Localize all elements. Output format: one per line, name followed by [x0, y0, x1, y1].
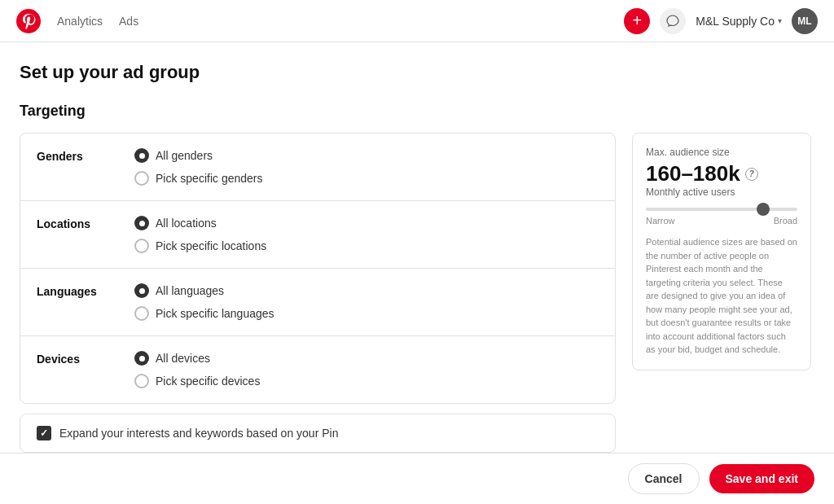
nav-analytics[interactable]: Analytics: [57, 15, 103, 28]
locations-specific-option[interactable]: Pick specific locations: [134, 239, 266, 253]
languages-all-option[interactable]: All languages: [134, 283, 274, 298]
genders-all-option[interactable]: All genders: [134, 148, 263, 163]
slider-thumb: [757, 203, 770, 216]
locations-all-radio: [134, 216, 149, 230]
slider-fill: [646, 208, 760, 211]
audience-size: 160–180k ?: [646, 161, 797, 186]
expand-interests-checkbox[interactable]: [37, 426, 51, 440]
devices-all-label: All devices: [156, 352, 210, 365]
devices-all-option[interactable]: All devices: [134, 351, 260, 366]
targeting-section-title: Targeting: [20, 103, 811, 120]
locations-all-label: All locations: [156, 217, 217, 230]
locations-label: Locations: [37, 216, 134, 230]
avatar[interactable]: ML: [792, 8, 818, 34]
audience-note: Potential audience sizes are based on th…: [646, 235, 797, 357]
devices-options: All devices Pick specific devices: [134, 351, 260, 388]
chat-button[interactable]: [660, 8, 686, 34]
locations-specific-label: Pick specific locations: [156, 239, 266, 252]
languages-specific-label: Pick specific languages: [156, 307, 274, 320]
save-and-exit-button[interactable]: Save and exit: [709, 464, 815, 493]
slider-track: [646, 208, 797, 211]
header-right: + M&L Supply Co ▾ ML: [624, 8, 818, 34]
languages-all-label: All languages: [156, 284, 224, 297]
devices-specific-label: Pick specific devices: [156, 375, 260, 388]
pinterest-logo-icon[interactable]: [16, 9, 41, 33]
genders-row: Genders All genders Pick specific gender…: [20, 134, 615, 201]
footer: Cancel Save and exit: [0, 453, 834, 504]
locations-specific-radio: [134, 239, 149, 253]
right-panel: Max. audience size 160–180k ? Monthly ac…: [632, 133, 811, 504]
narrow-label: Narrow: [646, 216, 674, 226]
main-layout: Genders All genders Pick specific gender…: [20, 133, 811, 504]
add-button[interactable]: +: [624, 8, 650, 34]
slider-labels: Narrow Broad: [646, 216, 797, 226]
genders-specific-label: Pick specific genders: [156, 172, 263, 185]
devices-specific-option[interactable]: Pick specific devices: [134, 374, 260, 388]
devices-all-radio: [134, 351, 149, 366]
expand-interests-row[interactable]: Expand your interests and keywords based…: [20, 414, 616, 453]
genders-label: Genders: [37, 148, 134, 163]
languages-options: All languages Pick specific languages: [134, 283, 274, 321]
genders-all-radio: [134, 148, 149, 163]
languages-row: Languages All languages Pick specific la…: [20, 269, 615, 336]
audience-slider[interactable]: [646, 208, 797, 211]
chevron-down-icon: ▾: [778, 16, 782, 25]
left-panel: Genders All genders Pick specific gender…: [20, 133, 616, 504]
languages-specific-radio: [134, 306, 149, 321]
devices-label: Devices: [37, 351, 134, 366]
targeting-card: Genders All genders Pick specific gender…: [20, 133, 616, 404]
audience-monthly-users: Monthly active users: [646, 186, 797, 198]
header-left: Analytics Ads: [16, 9, 138, 33]
locations-row: Locations All locations Pick specific lo…: [20, 201, 615, 269]
chat-icon: [666, 15, 679, 28]
account-name[interactable]: M&L Supply Co ▾: [696, 15, 782, 28]
languages-label: Languages: [37, 283, 134, 298]
locations-all-option[interactable]: All locations: [134, 216, 266, 230]
audience-card: Max. audience size 160–180k ? Monthly ac…: [632, 133, 811, 370]
broad-label: Broad: [774, 216, 797, 226]
genders-specific-option[interactable]: Pick specific genders: [134, 171, 263, 186]
header: Analytics Ads + M&L Supply Co ▾ ML: [0, 0, 834, 42]
page-title: Set up your ad group: [20, 62, 811, 83]
devices-row: Devices All devices Pick specific device…: [20, 336, 615, 403]
page-content: Set up your ad group Targeting Genders A…: [0, 42, 831, 504]
locations-options: All locations Pick specific locations: [134, 216, 266, 253]
languages-specific-option[interactable]: Pick specific languages: [134, 306, 274, 321]
nav-ads[interactable]: Ads: [119, 15, 138, 28]
genders-all-label: All genders: [156, 149, 213, 162]
cancel-button[interactable]: Cancel: [628, 463, 700, 494]
help-icon[interactable]: ?: [745, 168, 758, 181]
devices-specific-radio: [134, 374, 149, 388]
genders-options: All genders Pick specific genders: [134, 148, 263, 186]
genders-specific-radio: [134, 171, 149, 186]
audience-label: Max. audience size: [646, 147, 797, 158]
languages-all-radio: [134, 283, 149, 298]
expand-interests-label: Expand your interests and keywords based…: [59, 427, 338, 440]
